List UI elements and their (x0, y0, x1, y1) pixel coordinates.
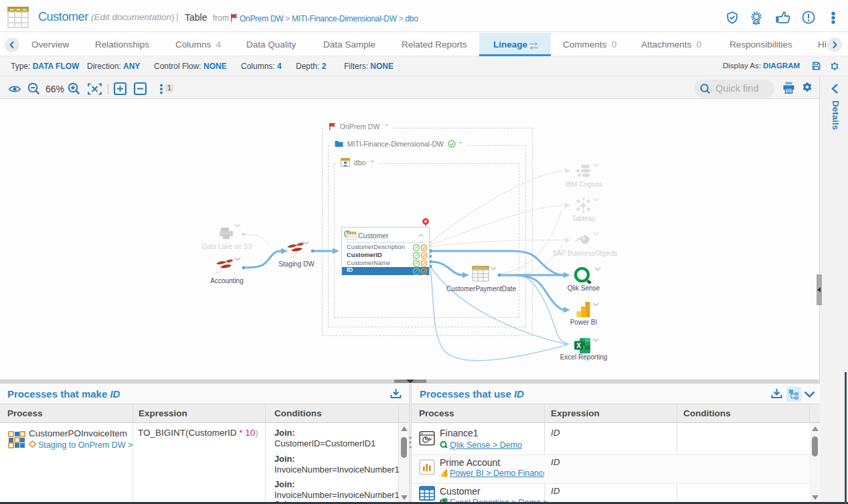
svg-text:66%: 66% (46, 84, 64, 94)
svg-text:X: X (576, 342, 581, 349)
svg-text:1: 1 (167, 84, 171, 92)
